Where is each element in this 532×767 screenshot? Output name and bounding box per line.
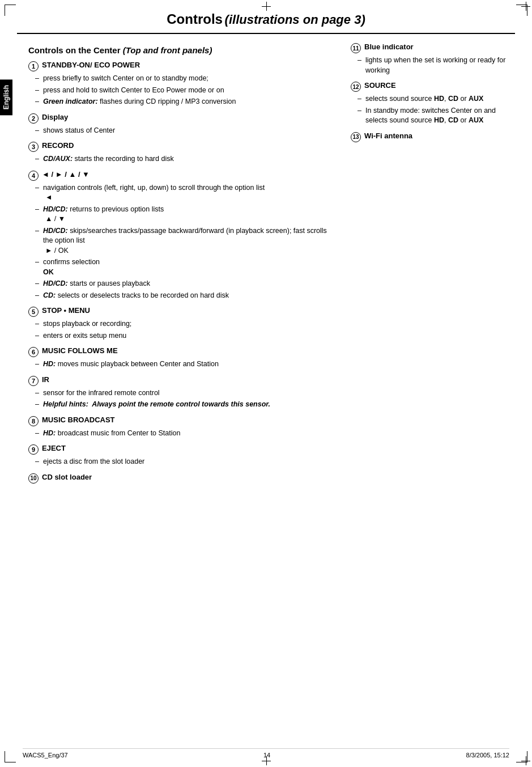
item-11-number: 11 <box>351 43 361 53</box>
footer-left: WACS5_Eng/37 <box>23 752 68 758</box>
item-3: 3 RECORD CD/AUX: starts the recording to… <box>28 141 334 164</box>
item-5: 5 STOP • MENU stops playback or recordin… <box>28 306 334 341</box>
item-1-bullets: press briefly to switch Center on or to … <box>28 74 334 107</box>
item-1-label: STANDBY-ON/ ECO POWER <box>42 61 140 69</box>
item-4-bullet-5: HD/CD: starts or pauses playback <box>35 279 334 289</box>
item-6-bullets: HD: moves music playback between Center … <box>28 359 334 370</box>
item-5-bullet-2: enters or exits setup menu <box>35 331 334 341</box>
crosshair-right-bottom <box>521 756 530 765</box>
left-section-subtitle: (Top and front panels) <box>123 45 212 55</box>
item-6: 6 MUSIC FOLLOWS ME HD: moves music playb… <box>28 346 334 370</box>
item-8-bullet-1: HD: broadcast music from Center to Stati… <box>35 429 334 439</box>
item-7-bullet-1: sensor for the infrared remote control <box>35 388 334 399</box>
item-12-header: 12 SOURCE <box>351 81 509 92</box>
left-section-title: Controls on the Center (Top and front pa… <box>28 45 334 55</box>
item-11-label: Blue indicator <box>364 43 414 51</box>
item-7-number: 7 <box>28 376 39 386</box>
item-7-label: IR <box>42 375 49 384</box>
item-10-label: CD slot loader <box>42 473 92 481</box>
item-8-header: 8 MUSIC BROADCAST <box>28 416 334 426</box>
item-4-bullet-3: HD/CD: skips/searches tracks/passage bac… <box>35 226 334 256</box>
item-4: 4 ◄ / ► / ▲ / ▼ navigation controls (lef… <box>28 170 334 301</box>
item-8-bullets: HD: broadcast music from Center to Stati… <box>28 429 334 439</box>
item-12-bullets: selects sound source HD, CD or AUX In st… <box>351 94 509 126</box>
item-4-number: 4 <box>28 171 39 181</box>
item-11-bullet-1: lights up when the set is working or rea… <box>357 56 509 75</box>
item-4-bullets: navigation controls (left, right, up, do… <box>28 183 334 301</box>
item-4-bullet-4: confirms selectionOK <box>35 257 334 277</box>
footer-right: 8/3/2005, 15:12 <box>466 752 509 758</box>
item-1: 1 STANDBY-ON/ ECO POWER press briefly to… <box>28 61 334 107</box>
footer-center: 14 <box>263 752 270 758</box>
item-9-bullets: ejects a disc from the slot loader <box>28 457 334 467</box>
item-12: 12 SOURCE selects sound source HD, CD or… <box>351 81 509 126</box>
item-2-bullets: shows status of Center <box>28 126 334 136</box>
item-5-bullet-1: stops playback or recording; <box>35 319 334 329</box>
item-6-header: 6 MUSIC FOLLOWS ME <box>28 346 334 357</box>
item-9-bullet-1: ejects a disc from the slot loader <box>35 457 334 467</box>
item-9-number: 9 <box>28 444 39 455</box>
item-10: 10 CD slot loader <box>28 473 334 484</box>
page-footer: WACS5_Eng/37 14 8/3/2005, 15:12 <box>23 748 509 758</box>
item-5-number: 5 <box>28 307 39 317</box>
item-2-header: 2 Display <box>28 113 334 124</box>
item-3-header: 3 RECORD <box>28 141 334 152</box>
page-title-italic: (illustrations on page 3) <box>225 12 365 27</box>
item-6-label: MUSIC FOLLOWS ME <box>42 346 118 355</box>
corner-mark-bl <box>5 751 16 762</box>
item-9-label: EJECT <box>42 444 66 452</box>
item-12-number: 12 <box>351 82 361 92</box>
item-9: 9 EJECT ejects a disc from the slot load… <box>28 444 334 467</box>
item-7-bullets: sensor for the infrared remote control H… <box>28 388 334 410</box>
item-4-bullet-6: CD: selects or deselects tracks to be re… <box>35 291 334 301</box>
item-6-number: 6 <box>28 347 39 357</box>
item-8-number: 8 <box>28 416 39 426</box>
item-12-label: SOURCE <box>364 81 396 90</box>
language-tab: English <box>0 79 12 115</box>
item-3-label: RECORD <box>42 141 74 150</box>
item-12-bullet-2: In standby mode: switches Center on and … <box>357 106 509 126</box>
item-13-label: Wi-Fi antenna <box>364 132 412 140</box>
item-7: 7 IR sensor for the infrared remote cont… <box>28 375 334 410</box>
item-4-label: ◄ / ► / ▲ / ▼ <box>42 170 90 179</box>
item-1-header: 1 STANDBY-ON/ ECO POWER <box>28 61 334 71</box>
content-area: Controls on the Center (Top and front pa… <box>28 43 509 489</box>
left-column: Controls on the Center (Top and front pa… <box>28 43 334 489</box>
item-11-bullets: lights up when the set is working or rea… <box>351 56 509 75</box>
item-6-bullet-1: HD: moves music playback between Center … <box>35 359 334 370</box>
item-5-header: 5 STOP • MENU <box>28 306 334 317</box>
item-13: 13 Wi-Fi antenna <box>351 132 509 142</box>
item-10-number: 10 <box>28 473 39 484</box>
item-11: 11 Blue indicator lights up when the set… <box>351 43 509 75</box>
right-column: 11 Blue indicator lights up when the set… <box>351 43 509 489</box>
item-5-label: STOP • MENU <box>42 306 90 315</box>
item-3-number: 3 <box>28 142 39 152</box>
item-5-bullets: stops playback or recording; enters or e… <box>28 319 334 341</box>
item-1-number: 1 <box>28 61 39 71</box>
item-12-bullet-1: selects sound source HD, CD or AUX <box>357 94 509 104</box>
item-4-bullet-2: HD/CD: returns to previous option lists▲… <box>35 205 334 224</box>
item-3-bullets: CD/AUX: starts the recording to hard dis… <box>28 154 334 164</box>
item-3-bullet-1: CD/AUX: starts the recording to hard dis… <box>35 154 334 164</box>
item-2: 2 Display shows status of Center <box>28 113 334 136</box>
item-1-bullet-1: press briefly to switch Center on or to … <box>35 74 334 84</box>
item-2-bullet-1: shows status of Center <box>35 126 334 136</box>
item-2-number: 2 <box>28 113 39 124</box>
item-7-header: 7 IR <box>28 375 334 386</box>
item-1-bullet-3: Green indicator: flashes during CD rippi… <box>35 97 334 107</box>
crosshair-right-top <box>521 2 530 11</box>
item-13-number: 13 <box>351 132 361 142</box>
item-10-header: 10 CD slot loader <box>28 473 334 484</box>
item-1-bullet-2: press and hold to switch Center to Eco P… <box>35 86 334 96</box>
item-9-header: 9 EJECT <box>28 444 334 455</box>
item-2-label: Display <box>42 113 68 121</box>
item-8-label: MUSIC BROADCAST <box>42 416 115 424</box>
corner-mark-tl <box>5 5 16 16</box>
crosshair-top <box>262 2 271 11</box>
page-title: Controls <box>167 11 223 27</box>
item-13-header: 13 Wi-Fi antenna <box>351 132 509 142</box>
item-7-bullet-2: Helpful hints: Always point the remote c… <box>35 400 334 410</box>
item-4-header: 4 ◄ / ► / ▲ / ▼ <box>28 170 334 181</box>
item-4-bullet-1: navigation controls (left, right, up, do… <box>35 183 334 203</box>
item-8: 8 MUSIC BROADCAST HD: broadcast music fr… <box>28 416 334 439</box>
